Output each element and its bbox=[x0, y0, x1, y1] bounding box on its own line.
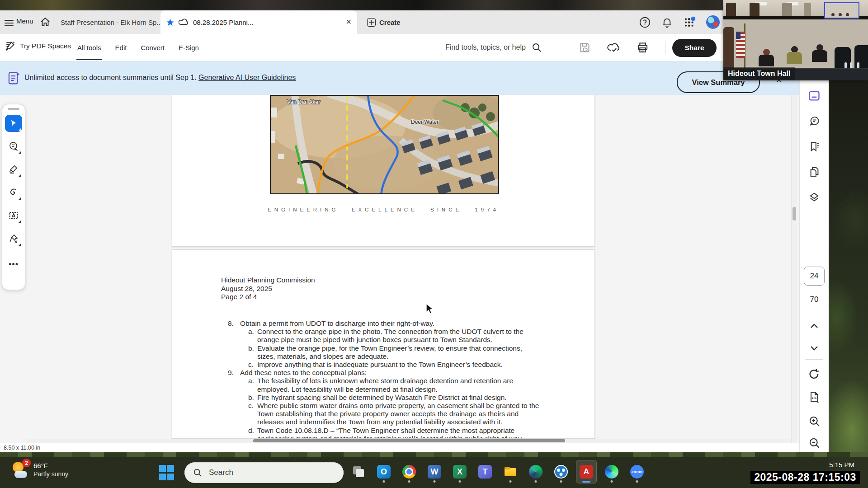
tab-close-icon[interactable]: ✕ bbox=[346, 19, 352, 26]
header-commission: Hideout Planning Commission bbox=[221, 276, 315, 285]
notifications-bell-icon[interactable] bbox=[661, 16, 673, 28]
recording-timestamp: 2025-08-28 17:15:03 bbox=[750, 471, 860, 484]
list-line: a. Connect to the orange pipe in the pho… bbox=[228, 328, 542, 344]
aerial-map-figure: Van Dan Aker Deer Water bbox=[270, 95, 499, 194]
app-acrobat[interactable]: A bbox=[576, 460, 597, 483]
app-grid-icon[interactable] bbox=[683, 16, 696, 29]
video-call-overlay[interactable]: Hideout Town Hall bbox=[723, 0, 868, 80]
app-meeting-owl[interactable] bbox=[551, 460, 571, 483]
app-zoom[interactable]: zoom bbox=[627, 460, 647, 483]
rotate-page-icon[interactable] bbox=[807, 367, 821, 381]
engineering-tagline: ENGINEERING EXCELLENCE SINCE 1974 bbox=[172, 207, 594, 212]
condition-label: Partly sunny bbox=[33, 470, 68, 478]
create-button[interactable]: Create bbox=[362, 15, 406, 29]
horizontal-scrollbar[interactable] bbox=[27, 439, 791, 443]
panel-drag-handle[interactable] bbox=[8, 108, 19, 110]
page-thumbnails-icon[interactable] bbox=[807, 165, 821, 178]
find-tools-search[interactable]: Find tools, topics, or help bbox=[445, 34, 542, 61]
toolbar-action-icons bbox=[579, 34, 665, 61]
try-pdf-spaces-button[interactable]: Try PDF Spaces bbox=[5, 40, 71, 52]
tab-planning-doc-active[interactable]: 08.28.2025 Planni... ✕ bbox=[160, 10, 357, 34]
nav-esign[interactable]: E-Sign bbox=[178, 35, 200, 60]
bookmarks-icon[interactable] bbox=[807, 140, 821, 153]
app-file-explorer[interactable] bbox=[500, 460, 521, 483]
us-flag bbox=[736, 32, 745, 58]
vertical-scrollbar[interactable] bbox=[791, 95, 797, 443]
list-text: Connect to the orange pipe in the photo.… bbox=[257, 328, 542, 344]
weather-widget[interactable]: 2 66°F Partly sunny bbox=[12, 461, 68, 478]
taskbar-search[interactable]: Search bbox=[184, 462, 344, 483]
highlight-tool[interactable] bbox=[5, 161, 22, 178]
cloud-doc-icon bbox=[179, 18, 189, 26]
pdf-page-1: Van Dan Aker Deer Water ENGINEERING EXCE… bbox=[172, 95, 595, 247]
vertical-scrollbar-thumb[interactable] bbox=[793, 207, 796, 221]
zoom-in-icon[interactable] bbox=[807, 414, 821, 428]
search-icon bbox=[193, 468, 203, 478]
list-marker: c. bbox=[248, 402, 257, 427]
list-marker: b. bbox=[248, 394, 257, 402]
app-webex[interactable] bbox=[525, 460, 546, 483]
app-excel[interactable]: X bbox=[449, 460, 470, 483]
fill-sign-tool[interactable] bbox=[5, 230, 22, 247]
nav-all-tools[interactable]: All tools bbox=[76, 35, 102, 60]
layers-icon[interactable] bbox=[807, 191, 821, 204]
person-silhouette bbox=[787, 46, 802, 64]
ai-guidelines-link[interactable]: Generative AI User Guidelines bbox=[198, 74, 296, 81]
current-page-input[interactable]: 24 bbox=[804, 267, 825, 286]
ai-summary-icon[interactable] bbox=[807, 89, 821, 103]
list-marker: a. bbox=[248, 328, 257, 344]
balcony-opening bbox=[782, 3, 792, 16]
comments-icon[interactable] bbox=[807, 114, 821, 128]
add-text-box-tool[interactable] bbox=[5, 207, 22, 224]
pdf-spaces-icon bbox=[5, 40, 16, 52]
actual-size-icon[interactable]: 1:1 bbox=[807, 390, 821, 404]
balcony-door bbox=[726, 3, 736, 16]
app-chrome[interactable] bbox=[399, 460, 420, 483]
menu-button[interactable]: Menu bbox=[16, 17, 33, 25]
horizontal-scrollbar-thumb[interactable] bbox=[253, 439, 565, 442]
tab-staff-presentation[interactable]: Staff Presentation - Elk Horn Sp... bbox=[56, 10, 163, 34]
list-line: c. Where public storm water drains onto … bbox=[228, 402, 542, 427]
main-toolbar: Try PDF Spaces All tools Edit Convert E-… bbox=[0, 34, 828, 61]
wallpaper-bottom-strip bbox=[0, 452, 868, 457]
temperature-label: 66°F bbox=[33, 462, 68, 469]
room-door bbox=[723, 27, 734, 69]
taskbar-clock[interactable]: 5:15 PM bbox=[829, 461, 854, 469]
print-icon[interactable] bbox=[637, 42, 649, 54]
help-icon[interactable] bbox=[639, 16, 651, 28]
select-tool[interactable] bbox=[5, 115, 22, 132]
page-up-icon[interactable] bbox=[807, 319, 821, 333]
panel-divider bbox=[805, 105, 823, 105]
share-button[interactable]: Share bbox=[672, 39, 717, 57]
list-line: 9. Add these notes to the conceptual pla… bbox=[228, 369, 542, 377]
quick-tools-panel: ••• bbox=[2, 104, 25, 290]
app-outlook[interactable]: O bbox=[373, 460, 394, 483]
nav-edit[interactable]: Edit bbox=[114, 35, 128, 60]
list-text: Evaluate the orange pipe, for the Town E… bbox=[257, 344, 542, 361]
menu-icon[interactable] bbox=[5, 18, 14, 25]
home-icon[interactable] bbox=[40, 17, 51, 28]
page-size-label: 8.50 x 11.00 in bbox=[4, 445, 40, 451]
total-pages-label: 70 bbox=[800, 295, 829, 304]
zoom-out-icon[interactable] bbox=[807, 436, 821, 450]
app-teams[interactable]: T bbox=[475, 460, 495, 483]
page-down-icon[interactable] bbox=[807, 341, 821, 355]
app-edge[interactable] bbox=[601, 460, 622, 483]
app-word[interactable]: W bbox=[424, 460, 445, 483]
cloud-upload-icon[interactable] bbox=[607, 42, 620, 53]
tab-bar: Menu Staff Presentation - Elk Horn Sp...… bbox=[0, 10, 828, 34]
draw-tool[interactable] bbox=[5, 184, 22, 201]
list-marker bbox=[248, 435, 257, 439]
star-icon[interactable] bbox=[166, 18, 175, 27]
pdf-page-2: Hideout Planning Commission August 28, 2… bbox=[172, 249, 595, 439]
nav-convert[interactable]: Convert bbox=[140, 35, 165, 60]
save-icon[interactable] bbox=[579, 42, 591, 54]
add-comment-tool[interactable] bbox=[5, 138, 22, 155]
task-view-button[interactable] bbox=[348, 460, 369, 483]
list-marker: a. bbox=[248, 377, 257, 393]
start-button[interactable] bbox=[159, 465, 175, 480]
avatar[interactable] bbox=[706, 15, 720, 29]
more-tools[interactable]: ••• bbox=[5, 256, 22, 273]
empty-chair bbox=[835, 47, 851, 69]
list-line: b. Evaluate the orange pipe, for the Tow… bbox=[228, 344, 542, 361]
